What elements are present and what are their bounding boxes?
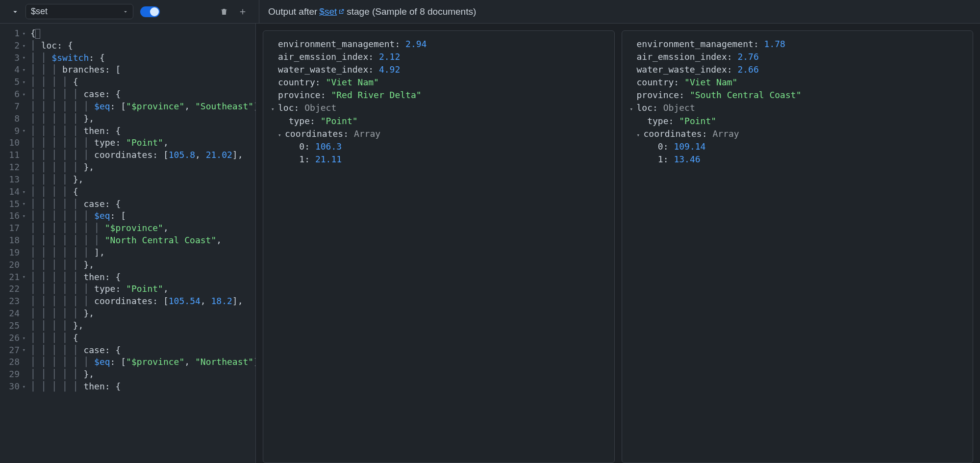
expand-coordinates[interactable]: ▾coordinates: Array bbox=[630, 128, 965, 140]
line-number: 9▾ bbox=[0, 125, 25, 137]
line-number: 29 bbox=[0, 368, 25, 381]
line-number: 19 bbox=[0, 247, 25, 259]
line-number: 21▾ bbox=[0, 271, 25, 283]
code-line[interactable]: { bbox=[30, 27, 255, 40]
code-line[interactable]: │ │ │ │ │ }, bbox=[30, 161, 255, 174]
document-card-1: environment_management: 1.78 air_emssion… bbox=[622, 30, 974, 463]
line-number: 4▾ bbox=[0, 64, 25, 76]
line-number: 2▾ bbox=[0, 40, 25, 52]
stage-operator-select[interactable]: $set bbox=[25, 4, 133, 19]
line-number: 16▾ bbox=[0, 210, 25, 222]
output-pane: environment_management: 2.94 air_emssion… bbox=[256, 24, 980, 463]
line-number: 7 bbox=[0, 101, 25, 113]
line-number: 28 bbox=[0, 356, 25, 368]
code-line[interactable]: │ │ │ branches: [ bbox=[30, 64, 255, 76]
line-number: 27▾ bbox=[0, 344, 25, 357]
code-line[interactable]: │ loc: { bbox=[30, 40, 255, 52]
line-number: 22 bbox=[0, 283, 25, 295]
code-line[interactable]: │ │ │ │ │ }, bbox=[30, 308, 255, 320]
code-line[interactable]: │ │ │ │ │ }, bbox=[30, 113, 255, 125]
code-line[interactable]: │ │ $switch: { bbox=[30, 52, 255, 64]
code-line[interactable]: │ │ │ │ │ │ $eq: ["$province", "Southeas… bbox=[30, 101, 255, 113]
code-line[interactable]: │ │ │ │ │ then: { bbox=[30, 125, 255, 137]
stage-docs-link[interactable]: $set bbox=[319, 6, 345, 17]
toolbar-divider bbox=[259, 0, 259, 23]
app-root: $set Output after $set stage (Sample of … bbox=[0, 0, 980, 463]
line-number: 20 bbox=[0, 259, 25, 271]
line-number: 3▾ bbox=[0, 52, 25, 64]
code-line[interactable]: │ │ │ │ │ │ │ "$province", bbox=[30, 222, 255, 234]
line-number: 1▾ bbox=[0, 27, 25, 40]
collapse-stage-button[interactable] bbox=[9, 5, 22, 18]
code-editor[interactable]: {│ loc: {│ │ $switch: {│ │ │ branches: [… bbox=[28, 24, 255, 463]
line-number: 14▾ bbox=[0, 186, 25, 198]
document-card-0: environment_management: 2.94 air_emssion… bbox=[263, 30, 615, 463]
code-line[interactable]: │ │ │ │ │ │ type: "Point", bbox=[30, 137, 255, 149]
line-number: 17 bbox=[0, 222, 25, 234]
code-line[interactable]: │ │ │ │ │ case: { bbox=[30, 198, 255, 210]
expand-loc[interactable]: ▾loc: Object bbox=[630, 102, 965, 114]
main-split: 1▾2▾3▾4▾5▾6▾789▾1011121314▾15▾16▾1718192… bbox=[0, 24, 980, 463]
code-line[interactable]: │ │ │ │ │ then: { bbox=[30, 271, 255, 283]
code-line[interactable]: │ │ │ │ │ then: { bbox=[30, 381, 255, 393]
code-line[interactable]: │ │ │ │ { bbox=[30, 186, 255, 198]
code-line[interactable]: │ │ │ │ │ │ $eq: [ bbox=[30, 210, 255, 222]
code-line[interactable]: │ │ │ │ │ }, bbox=[30, 368, 255, 381]
line-number: 24 bbox=[0, 308, 25, 320]
trash-icon bbox=[220, 7, 228, 16]
cursor bbox=[35, 29, 40, 39]
code-line[interactable]: │ │ │ │ │ │ $eq: ["$province", "Northeas… bbox=[30, 356, 255, 368]
expand-loc[interactable]: ▾loc: Object bbox=[271, 102, 606, 114]
line-number: 30▾ bbox=[0, 381, 25, 393]
add-stage-button[interactable] bbox=[235, 4, 250, 19]
line-number: 25 bbox=[0, 320, 25, 332]
code-line[interactable]: │ │ │ │ { bbox=[30, 332, 255, 344]
line-number: 5▾ bbox=[0, 76, 25, 88]
stage-docs-link-text: $set bbox=[319, 6, 337, 17]
chevron-down-icon bbox=[11, 7, 20, 16]
delete-stage-button[interactable] bbox=[217, 4, 231, 19]
code-line[interactable]: │ │ │ │ │ }, bbox=[30, 259, 255, 271]
code-line[interactable]: │ │ │ │ │ │ coordinates: [105.54, 18.2], bbox=[30, 295, 255, 308]
line-number: 6▾ bbox=[0, 88, 25, 101]
line-number: 12 bbox=[0, 161, 25, 174]
line-number: 18 bbox=[0, 234, 25, 247]
output-suffix: stage (Sample of 8 documents) bbox=[347, 6, 476, 17]
code-line[interactable]: │ │ │ │ │ │ ], bbox=[30, 247, 255, 259]
code-line[interactable]: │ │ │ │ { bbox=[30, 76, 255, 88]
code-line[interactable]: │ │ │ │ }, bbox=[30, 174, 255, 186]
code-line[interactable]: │ │ │ │ │ │ │ "North Central Coast", bbox=[30, 234, 255, 247]
line-number: 13 bbox=[0, 174, 25, 186]
code-line[interactable]: │ │ │ │ }, bbox=[30, 320, 255, 332]
stage-enabled-toggle[interactable] bbox=[140, 6, 160, 17]
code-line[interactable]: │ │ │ │ │ case: { bbox=[30, 344, 255, 357]
line-number: 11 bbox=[0, 149, 25, 161]
line-number: 10 bbox=[0, 137, 25, 149]
line-number: 26▾ bbox=[0, 332, 25, 344]
plus-icon bbox=[238, 7, 247, 16]
code-line[interactable]: │ │ │ │ │ │ type: "Point", bbox=[30, 283, 255, 295]
external-link-icon bbox=[338, 8, 345, 15]
expand-coordinates[interactable]: ▾coordinates: Array bbox=[271, 128, 606, 140]
line-number: 8 bbox=[0, 113, 25, 125]
toggle-knob bbox=[150, 7, 159, 16]
line-number: 23 bbox=[0, 295, 25, 308]
code-line[interactable]: │ │ │ │ │ case: { bbox=[30, 88, 255, 101]
editor-pane: 1▾2▾3▾4▾5▾6▾789▾1011121314▾15▾16▾1718192… bbox=[0, 24, 256, 463]
line-gutter: 1▾2▾3▾4▾5▾6▾789▾1011121314▾15▾16▾1718192… bbox=[0, 24, 28, 463]
stage-toolbar: $set Output after $set stage (Sample of … bbox=[0, 0, 980, 24]
line-number: 15▾ bbox=[0, 198, 25, 210]
stage-operator-value: $set bbox=[31, 6, 48, 17]
code-line[interactable]: │ │ │ │ │ │ coordinates: [105.8, 21.02], bbox=[30, 149, 255, 161]
caret-down-icon bbox=[122, 8, 129, 15]
output-prefix: Output after bbox=[268, 6, 317, 17]
output-header: Output after $set stage (Sample of 8 doc… bbox=[268, 6, 476, 17]
